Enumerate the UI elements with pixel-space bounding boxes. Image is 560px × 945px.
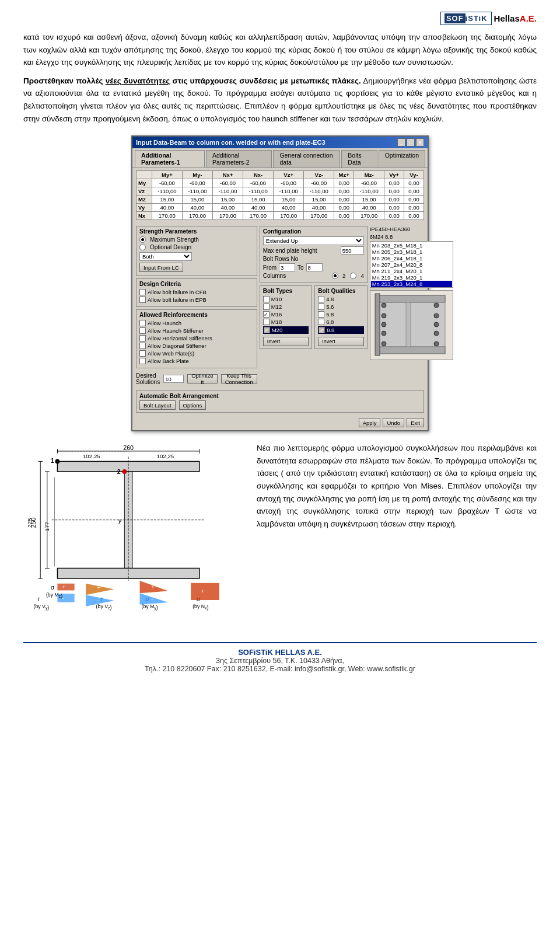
tab-additional-params-2[interactable]: Additional Parameters-2: [206, 150, 272, 168]
svg-text:y: y: [118, 517, 122, 524]
list-item-3[interactable]: Mn 206_2x4_M18_1: [371, 255, 452, 261]
radio-col2[interactable]: [332, 273, 338, 279]
bolt-m20-row: M20: [263, 326, 309, 334]
radio-col4[interactable]: [350, 273, 356, 279]
from-input[interactable]: [279, 263, 295, 271]
chk-m12[interactable]: [263, 304, 270, 310]
tab-optimization[interactable]: Optimization: [379, 150, 425, 168]
dialog-title: Input Data-Beam to column con. welded or…: [136, 139, 326, 146]
svg-point-6: [382, 313, 386, 318]
chk-allow-haunch[interactable]: [139, 320, 146, 326]
design-criteria-title: Design Criteria: [139, 281, 254, 287]
chk-allow-horizontal[interactable]: [139, 335, 146, 341]
chk-allow-web-plates[interactable]: [139, 350, 146, 357]
chk-m16[interactable]: [263, 311, 270, 318]
svg-rect-3: [406, 302, 411, 347]
desired-solutions-input[interactable]: [163, 375, 184, 383]
columns-row: Columns 2 4: [263, 273, 364, 279]
allow-diagonal-row: Allow Diagonal Stiffener: [139, 343, 254, 349]
svg-text:225: 225: [26, 518, 33, 528]
svg-text:(by Vy): (by Vy): [34, 604, 50, 611]
max-end-plate-label: Max end plate height: [263, 247, 338, 254]
svg-text:102,25: 102,25: [157, 453, 174, 459]
svg-text:(by Vz): (by Vz): [96, 604, 112, 611]
tab-general-connection[interactable]: General connection data: [273, 150, 340, 168]
chk-m10[interactable]: [263, 296, 270, 302]
dialog-action-buttons: Apply Undo Exit: [132, 416, 428, 430]
minimize-button[interactable]: _: [397, 138, 405, 147]
max-end-plate-input[interactable]: [341, 246, 364, 254]
invert-bolt-types-button[interactable]: Invert: [263, 337, 309, 346]
invert-bolt-qualities-button[interactable]: Invert: [318, 337, 364, 346]
input-from-lc-row: Input From LC: [139, 263, 254, 272]
dialog-titlebar: Input Data-Beam to column con. welded or…: [132, 137, 428, 148]
extended-up-select[interactable]: Extended Up: [263, 236, 364, 245]
row-my-val3: -60,00: [212, 179, 243, 187]
dialog-left-col: Strength Parameters Maximum Strength Opt…: [136, 226, 257, 387]
chk-allow-bolt-cfb[interactable]: [139, 289, 146, 295]
options-button[interactable]: Options: [179, 400, 206, 410]
chk-q58[interactable]: [318, 311, 324, 318]
apply-button[interactable]: Apply: [359, 418, 381, 427]
bolt-layout-button[interactable]: Bolt Layout: [139, 400, 176, 410]
q48-label: 4.8: [326, 296, 334, 302]
svg-text:102,25: 102,25: [83, 453, 100, 459]
chk-q56[interactable]: [318, 304, 324, 310]
chk-allow-bolt-epb[interactable]: [139, 297, 146, 303]
list-item-6[interactable]: Mn 219_2x3_M20_1: [371, 274, 452, 281]
radio-max-strength[interactable]: [139, 236, 146, 243]
list-item-4[interactable]: Mn 207_2x4_M20_8: [371, 261, 452, 268]
dialog-tabs: Additional Parameters-1 Additional Param…: [132, 148, 428, 168]
chk-q88[interactable]: [318, 327, 325, 333]
chk-m20[interactable]: [264, 327, 270, 333]
both-select[interactable]: Both: [139, 252, 192, 261]
allow-back-plate-row: Allow Back Plate: [139, 358, 254, 364]
list-item-7[interactable]: Mn 253_2x3_M24_8: [371, 281, 452, 287]
exit-button[interactable]: Exit: [407, 418, 424, 427]
list-item-5[interactable]: Mn 211_2x4_M20_1: [371, 268, 452, 274]
auto-bolt-buttons-row: Bolt Layout Options: [139, 400, 421, 410]
svg-point-13: [434, 331, 439, 336]
undo-button[interactable]: Undo: [383, 418, 404, 427]
chk-q68[interactable]: [318, 319, 324, 325]
row-my-val7: 0,00: [334, 179, 354, 187]
row-my-val4: -60,00: [243, 179, 274, 187]
bolt-m18-row: M18: [263, 319, 309, 325]
row-nx-val5: 170,00: [274, 212, 304, 220]
allow-bolt-cfb-row: Allow bolt failure in CFB: [139, 289, 254, 295]
solutions-listbox[interactable]: Mn 203_2x5_M18_1 Mn 205_2x3_M18_1 Mn 206…: [370, 241, 453, 288]
list-item-8[interactable]: Mn 263_2x3_M20_1: [371, 287, 452, 288]
loads-table-container: My+ My- Nx+ Nx- Vz+ Vz- Mz+ Mz- Vy+ Vy-: [132, 168, 428, 220]
row-mz-val1: 15,00: [152, 196, 182, 204]
chk-m18[interactable]: [263, 319, 270, 325]
row-vz-val6: -110,00: [304, 187, 334, 196]
maximize-button[interactable]: □: [407, 138, 415, 147]
chk-q48[interactable]: [318, 296, 324, 302]
svg-text:τ: τ: [37, 595, 40, 602]
to-input[interactable]: [306, 263, 323, 271]
row-nx-label: Nx: [136, 212, 152, 220]
col4-label: 4: [360, 273, 363, 279]
chk-allow-haunch-stiffener[interactable]: [139, 327, 146, 334]
list-item-1[interactable]: Mn 203_2x5_M18_1: [371, 242, 452, 249]
chk-allow-back-plate[interactable]: [139, 358, 146, 364]
row-my-label: My: [136, 179, 152, 187]
col-header-vz+: Vz+: [274, 171, 304, 179]
svg-text:2: 2: [117, 468, 121, 475]
svg-point-31: [122, 469, 127, 474]
bolt-q48-row: 4.8: [318, 296, 364, 302]
keep-connection-button[interactable]: Keep This Connection: [221, 374, 257, 383]
optimize-button[interactable]: Optimize It: [187, 374, 217, 383]
q68-label: 6.8: [326, 319, 334, 325]
tab-additional-params-1[interactable]: Additional Parameters-1: [135, 150, 205, 168]
input-from-lc-button[interactable]: Input From LC: [139, 263, 183, 272]
m12-label: M12: [271, 304, 282, 310]
chk-allow-diagonal[interactable]: [139, 343, 146, 349]
m20-label: M20: [272, 327, 282, 333]
list-item-2[interactable]: Mn 205_2x3_M18_1: [371, 249, 452, 255]
svg-text:(by Mz): (by Mz): [46, 592, 62, 599]
svg-text:-: -: [97, 597, 99, 604]
radio-optional-design[interactable]: [139, 244, 146, 250]
tab-bolts-data[interactable]: Bolts Data: [341, 150, 377, 168]
close-button[interactable]: ×: [416, 138, 424, 147]
